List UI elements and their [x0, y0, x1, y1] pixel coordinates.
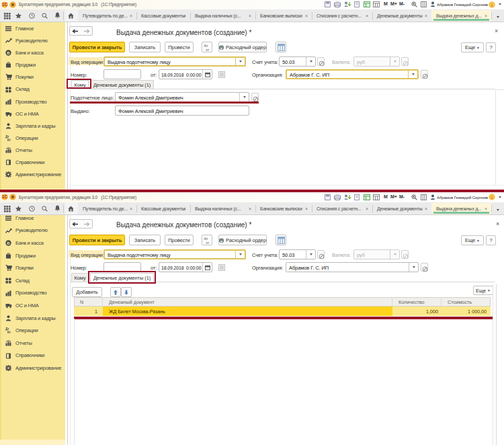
svg-text:1C: 1C — [2, 2, 8, 7]
svg-text:Кт: Кт — [7, 138, 11, 141]
svg-text:1C: 1C — [2, 194, 8, 199]
svg-text:кт: кт — [206, 240, 209, 244]
svg-text:i: i — [491, 195, 493, 200]
svg-text:Б: Б — [7, 50, 10, 55]
svg-text:i: i — [491, 2, 493, 7]
svg-text:кт: кт — [206, 47, 209, 51]
svg-text:Кт: Кт — [7, 331, 11, 333]
svg-text:Б: Б — [7, 241, 10, 245]
